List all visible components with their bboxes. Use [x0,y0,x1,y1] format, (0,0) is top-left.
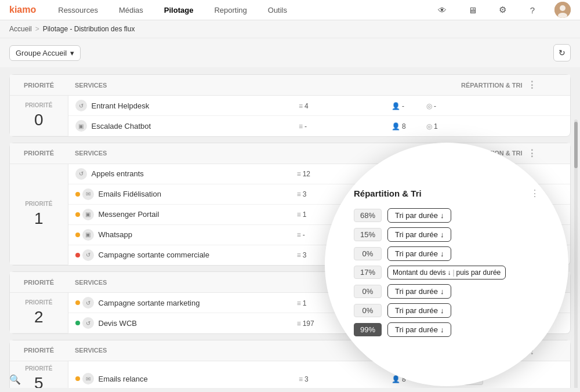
scrollbar-track [574,119,578,388]
priority-header-2: PRIORITÉ [10,272,68,293]
sort-arrow-icon: ↓ [440,306,444,315]
table-row: ▣ Escalade Chatbot ≡- 👤8 ◎1 [10,116,570,136]
popup-pct-5: 0% [354,285,382,298]
metric: ≡3 [299,375,309,383]
priority-header-5: PRIORITÉ [10,340,68,361]
popup-row-4: 17% Montant du devis ↓ | puis par durée [354,266,539,280]
popup-tri-btn-4[interactable]: Montant du devis ↓ | puis par durée [387,266,506,280]
refresh-button[interactable]: ↻ [553,44,571,61]
service-name-label: Appels entrants [92,169,144,178]
metric-agents: 👤- [385,96,419,116]
search-icon[interactable]: 🔍 [9,374,21,385]
popup-row-7: 99% Tri par durée ↓ [354,322,539,337]
help-icon[interactable]: ? [524,2,541,18]
popup-tri-btn-2[interactable]: Tri par durée ↓ [387,227,451,242]
repartition-header-0: Répartition & Tri ⋮ [454,75,570,96]
popup-pct-6: 0% [354,304,382,317]
tri-label: Tri par durée [395,287,438,296]
metric: ≡3 [297,190,307,198]
metric: ≡- [297,231,305,239]
priority-section-0: PRIORITÉ Services Répartition & Tri ⋮ [9,74,571,137]
popup-header: Répartition & Tri ⋮ [354,188,539,199]
service-name-label: Escalade Chatbot [92,122,151,130]
breadcrumb-current: Pilotage - Distribution des flux [43,25,135,33]
metric: ≡12 [297,170,310,178]
sort-arrow-icon: ↓ [440,211,444,220]
service-icon: ↺ [75,100,87,111]
metric-timer-val: ◎- [426,102,436,110]
popup-tri-btn-7[interactable]: Tri par durée ↓ [387,322,451,337]
services-header-2: Services [68,272,290,293]
puis-label: puis par durée [456,268,501,277]
navbar: kiamo Ressources Médias Pilotage Reporti… [0,0,580,20]
status-dot-green [75,321,80,325]
metric-timer: ◎1 [426,122,438,130]
metric: ≡197 [297,320,314,328]
metric-queue: ≡- [299,122,307,130]
dot-menu-icon[interactable]: ⋮ [527,79,536,90]
metric: ≡1 [297,299,307,307]
scrollbar-thumb[interactable] [574,122,578,168]
service-name: ▣ Escalade Chatbot [68,116,292,136]
tri-label: Tri par durée [395,325,438,334]
breadcrumb-home[interactable]: Accueil [9,25,32,33]
popup-pct-3: 0% [354,247,382,260]
sort-arrow-icon: ↓ [440,249,444,258]
nav-pilotage[interactable]: Pilotage [161,6,197,14]
status-dot-orange [75,376,80,381]
popup-tri-btn-6[interactable]: Tri par durée ↓ [387,303,451,318]
table-row: PRIORITÉ 0 ↺ Entrant Helpdesk ≡4 👤- [10,96,570,116]
service-name-label: Campagne sortante marketing [99,299,200,307]
nav-medias[interactable]: Médias [115,6,147,14]
metric-timer: ◎- [419,96,454,116]
services-header-1: Services [68,143,290,164]
nav-reporting[interactable]: Reporting [211,6,250,14]
service-icon: ▣ [82,209,94,220]
dot-menu-icon[interactable]: ⋮ [527,148,536,159]
tri-label: Montant du devis [393,268,445,277]
tri-label: Tri par durée [395,306,438,315]
service-icon: ✉ [82,373,94,384]
group-select[interactable]: Groupe Accueil ▾ [9,45,81,61]
service-name-label: Devis WCB [99,319,137,328]
popup-tri-btn-5[interactable]: Tri par durée ↓ [387,284,451,299]
service-name: ↺ Entrant Helpdesk [68,96,292,116]
popup-pct-4: 17% [354,266,382,279]
user-avatar[interactable] [554,2,571,18]
popup-row-1: 68% Tri par durée ↓ [354,208,539,223]
popup-row-6: 0% Tri par durée ↓ [354,303,539,318]
service-icon: ↺ [82,249,94,261]
service-name-label: Campagne sortante commerciale [99,251,209,259]
breadcrumb: Accueil > Pilotage - Distribution des fl… [0,20,580,38]
nav-ressources[interactable]: Ressources [55,6,102,14]
popup-tri-btn-3[interactable]: Tri par durée ↓ [387,246,451,261]
status-dot-orange [75,192,80,197]
priority-value-2: PRIORITÉ 2 [10,293,68,333]
status-dot-orange [75,233,80,237]
eye-icon[interactable]: 👁 [434,2,450,18]
service-name-label: Entrant Helpdesk [92,101,150,110]
popup-pct-1: 68% [354,209,382,222]
monitor-icon[interactable]: 🖥 [464,2,480,18]
service-name-label: Emails relance [99,375,148,383]
group-label: Groupe Accueil [16,49,67,57]
sort-arrow-icon: ↓ [447,268,451,277]
metric-queue: ≡4 [299,102,309,110]
status-dot-red [75,253,80,257]
popup-tri-btn-1[interactable]: Tri par durée ↓ [387,208,451,223]
service-icon: ↺ [82,297,94,308]
priority-value-0: PRIORITÉ 0 [10,96,68,136]
popup-dot-menu-icon[interactable]: ⋮ [530,188,539,199]
sort-arrow-icon: ↓ [440,325,444,334]
svg-point-1 [560,5,566,11]
popup-title: Répartition & Tri [354,188,422,198]
separator-icon: | [452,268,454,277]
service-name-label: Messenger Portail [99,210,160,219]
metric-agents: 👤8 [392,122,406,130]
service-icon: ✉ [82,188,94,200]
settings-icon[interactable]: ⚙ [494,2,510,18]
nav-outils[interactable]: Outils [264,6,291,14]
service-icon: ▣ [82,229,94,241]
service-icon: ↺ [82,317,94,329]
metric-agents-val: 👤- [392,102,404,110]
